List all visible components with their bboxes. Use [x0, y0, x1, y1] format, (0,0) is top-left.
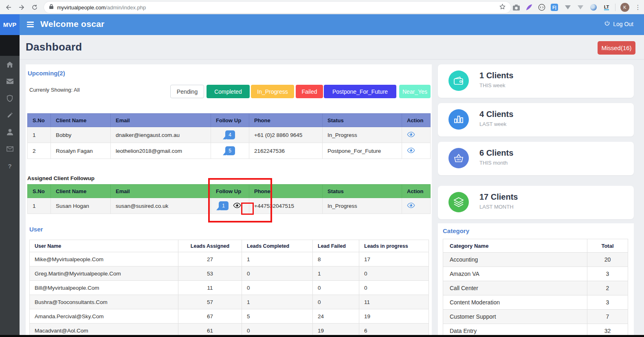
missed-button[interactable]: Missed(16) — [598, 41, 635, 55]
mail-icon[interactable] — [0, 76, 20, 86]
fi-extension-icon[interactable]: F| — [549, 2, 559, 12]
browser-toolbar: myvirtualpeople.com/admin/index.php F| L… — [0, 0, 644, 14]
col-sno: S.No — [28, 185, 51, 198]
wallet-icon — [448, 70, 469, 91]
col-client-name: Client Name — [51, 185, 111, 198]
col-action: Action — [402, 114, 431, 127]
view-eye-icon[interactable] — [407, 148, 415, 154]
layers-icon — [448, 192, 469, 212]
menu-toggle-icon[interactable] — [27, 22, 34, 29]
power-icon — [604, 20, 610, 28]
feather-extension-icon[interactable] — [524, 2, 534, 12]
shield-icon[interactable] — [0, 93, 20, 103]
basket-icon — [448, 148, 469, 168]
col-action: Action — [402, 185, 431, 198]
profile-avatar[interactable]: K — [620, 2, 630, 12]
menu-dots-icon[interactable]: ⋮ — [633, 2, 643, 12]
filter-pending-button[interactable]: Pending — [170, 85, 204, 98]
forward-icon[interactable] — [17, 3, 26, 12]
table-row: 2 Rosalyn Fagan leothelion2018@gmail.com… — [28, 143, 431, 159]
stat-card-last-week: 4 Clients LAST week — [438, 103, 634, 137]
pencil-icon[interactable] — [0, 110, 20, 120]
orb-extension-icon[interactable] — [589, 2, 598, 12]
filter-failed-button[interactable]: Failed — [296, 85, 323, 98]
bar-chart-icon — [448, 109, 469, 130]
url-text: myvirtualpeople.com/admin/index.php — [57, 4, 146, 11]
assigned-followup-title: Assigned Client Followup — [27, 175, 95, 181]
chevron-extension-icon-2[interactable] — [576, 2, 585, 12]
circle-extension-icon[interactable] — [537, 2, 547, 12]
table-row: Bill@Myvirtualpeople.Com11000 — [30, 281, 429, 295]
table-row: Amazon VA3 — [443, 267, 628, 281]
user-section-title: User — [29, 226, 43, 233]
stat-card-this-month: 6 Clients THIS month — [438, 142, 634, 175]
followup-eye-icon[interactable] — [233, 203, 241, 209]
view-eye-icon[interactable] — [407, 203, 415, 209]
table-header-row: Category Name Total — [443, 239, 628, 253]
table-row: Mike@Myvirtualpeople.Com271817 — [30, 252, 429, 267]
logout-button[interactable]: Log Out — [604, 20, 633, 28]
bottom-bar — [0, 335, 644, 337]
assigned-table: S.No Client Name Email Follow Up Phone S… — [27, 184, 431, 214]
mvp-logo[interactable]: MVP — [0, 14, 20, 35]
table-row: Content Moderation3 — [443, 295, 628, 310]
lock-icon — [49, 4, 54, 11]
col-follow-up: Follow Up — [211, 114, 249, 127]
bookmark-star-icon[interactable] — [499, 3, 506, 12]
page-welcome-title: Welcome oscar — [40, 19, 105, 29]
col-follow-up: Follow Up — [211, 185, 249, 198]
filter-in-progress-button[interactable]: In_Progress — [251, 85, 294, 98]
divider — [615, 4, 615, 11]
stat-period: LAST week — [479, 121, 506, 127]
table-row: Call Center2 — [443, 281, 628, 295]
table-header-row: User Name Leads Assigned Leads Completed… — [30, 240, 429, 252]
col-phone: Phone — [249, 114, 323, 127]
reload-icon[interactable] — [30, 3, 39, 12]
filter-near-yes-button[interactable]: Near_Yes — [399, 85, 431, 98]
mail-open-icon[interactable] — [0, 144, 20, 154]
table-row: 1 Bobby dnaiker@iengaust.com.au 4 +61 (0… — [28, 127, 431, 143]
sidebar-top-block — [0, 35, 20, 56]
category-panel: Category Category Name Total Accounting2… — [438, 223, 634, 335]
stat-count: 1 Clients — [479, 71, 513, 80]
user-icon[interactable] — [0, 127, 20, 137]
lt-extension-icon[interactable]: LT — [602, 2, 611, 12]
stat-card-last-month: 17 Clients LAST MONTH — [438, 186, 634, 219]
sidebar: ? — [0, 35, 20, 337]
chevron-extension-icon[interactable] — [563, 2, 573, 12]
table-row: Accounting20 — [443, 253, 628, 267]
table-row: Bushra@Tooconsultants.Com571011 — [30, 295, 429, 309]
stat-count: 17 Clients — [479, 192, 518, 202]
currently-showing-label: Currenly Showing: All — [29, 87, 80, 93]
upcoming-table: S.No Client Name Email Follow Up Phone S… — [27, 113, 431, 159]
followup-badge[interactable]: 1 — [219, 201, 229, 210]
table-row: Greg.Martin@Myvirtualpeople.Com53010 — [30, 267, 429, 281]
app-header: MVP Welcome oscar Log Out — [0, 14, 644, 35]
back-icon[interactable] — [4, 3, 13, 12]
page-head: Dashboard Missed(16) — [20, 35, 644, 59]
stat-period: LAST MONTH — [479, 204, 514, 210]
table-row: Amanda.Percival@Sky.Com6752419 — [30, 309, 429, 324]
stat-count: 6 Clients — [479, 148, 513, 158]
col-sno: S.No — [28, 114, 51, 127]
user-table: User Name Leads Assigned Leads Completed… — [29, 240, 429, 335]
table-header-row: S.No Client Name Email Follow Up Phone S… — [28, 185, 431, 198]
stat-count: 4 Clients — [479, 110, 513, 119]
filter-postpone-button[interactable]: Postpone_For_Future — [324, 85, 396, 98]
stat-period: THIS month — [479, 160, 508, 166]
view-eye-icon[interactable] — [407, 132, 415, 139]
page-title: Dashboard — [26, 41, 82, 53]
stat-period: THIS week — [479, 82, 506, 88]
url-bar[interactable]: myvirtualpeople.com/admin/index.php — [44, 2, 511, 13]
col-phone: Phone — [249, 185, 323, 198]
table-row: Macadvant@Aol.Com610196 — [30, 324, 429, 336]
filter-completed-button[interactable]: Completed — [207, 85, 250, 98]
followup-badge[interactable]: 4 — [225, 130, 235, 139]
camera-extension-icon[interactable] — [511, 2, 521, 12]
category-table: Category Name Total Accounting20 Amazon … — [443, 239, 628, 335]
home-icon[interactable] — [0, 59, 20, 69]
help-icon[interactable]: ? — [0, 161, 20, 171]
followup-badge[interactable]: 5 — [225, 146, 235, 155]
col-status: Status — [323, 185, 402, 198]
col-email: Email — [111, 114, 211, 127]
